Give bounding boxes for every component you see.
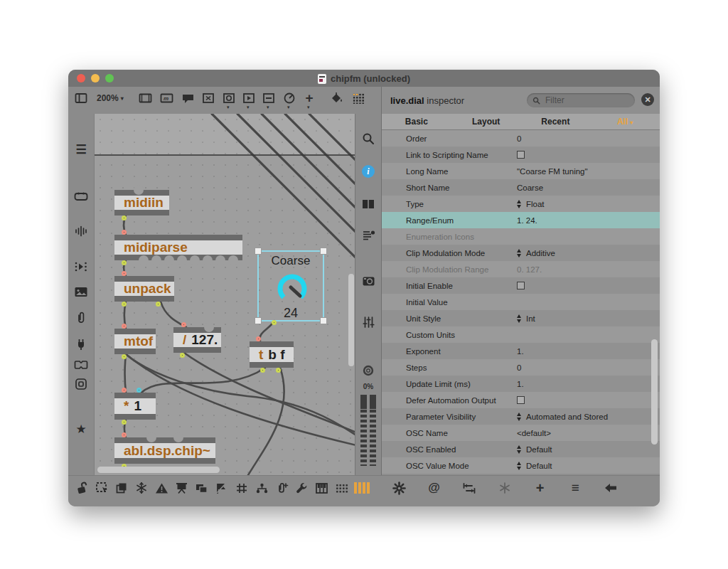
console-icon[interactable] — [74, 189, 88, 203]
inspector-row[interactable]: Update Limit (ms)1. — [382, 376, 660, 392]
inlet-port[interactable] — [256, 336, 261, 341]
object-box-multiply[interactable]: *1 — [114, 393, 156, 420]
setting-value[interactable]: 0 — [517, 134, 521, 143]
inspector-row[interactable]: Range/Enum1. 24. — [382, 212, 660, 228]
inspector-row[interactable]: Initial Value — [382, 294, 660, 310]
setting-value[interactable] — [517, 282, 525, 289]
tab-all[interactable]: All▾ — [590, 117, 660, 127]
object-box-midiin[interactable]: midiin — [114, 190, 169, 216]
setting-value[interactable]: 0 — [517, 363, 521, 372]
inspector-row[interactable]: Parameter VisibilityAutomated and Stored — [382, 408, 660, 425]
warnings-icon[interactable] — [154, 480, 170, 496]
inspector-row[interactable]: Unit StyleInt — [382, 310, 660, 326]
stepper-icon[interactable] — [517, 249, 521, 257]
presentation-mode-icon[interactable] — [174, 480, 190, 496]
object-box-trigger[interactable]: tb f — [250, 341, 294, 368]
attach-plus-icon[interactable] — [274, 480, 289, 496]
object-box-midiparse[interactable]: midiparse — [114, 235, 242, 260]
inspector-row[interactable]: OSC Name<default> — [382, 425, 660, 441]
setting-value[interactable]: Coarse — [517, 184, 543, 192]
add-object-icon[interactable]: + — [302, 91, 316, 105]
outlet-port[interactable] — [122, 302, 127, 307]
setting-value[interactable]: 1. — [517, 347, 524, 356]
bring-forward-icon[interactable] — [114, 480, 129, 496]
sidebar-toggle-icon[interactable] — [74, 91, 88, 105]
patch-cord[interactable] — [125, 354, 127, 393]
piano-keyboard-icon[interactable] — [314, 480, 330, 496]
outlet-port[interactable] — [260, 368, 265, 373]
grid-snap-icon[interactable] — [234, 480, 250, 496]
inspector-row[interactable]: Custom Units — [382, 326, 660, 343]
outlet-port[interactable] — [180, 353, 185, 358]
inlet-port[interactable] — [122, 432, 127, 437]
inspector-row[interactable]: Short NameCoarse — [382, 179, 660, 196]
inlet-port[interactable] — [122, 388, 127, 393]
inlet-port[interactable] — [122, 324, 127, 329]
setting-value[interactable] — [517, 396, 525, 404]
inspector-row[interactable]: OSC Value ModeDefault — [382, 457, 660, 474]
new-playbar-icon[interactable] — [242, 91, 256, 105]
patch-cord[interactable] — [126, 354, 355, 445]
outlet-port[interactable] — [156, 302, 161, 307]
cold-inlet-port[interactable] — [136, 388, 141, 393]
inspector-row[interactable]: Clip Modulation ModeAdditive — [382, 245, 660, 261]
paint-bucket-icon[interactable] — [330, 91, 344, 105]
setting-value[interactable]: 1. 24. — [517, 216, 537, 225]
inspector-scrollbar[interactable] — [651, 339, 658, 445]
menu-icon[interactable]: ≡ — [567, 480, 583, 496]
new-number-icon[interactable] — [262, 91, 276, 105]
stepper-icon[interactable] — [517, 200, 521, 208]
new-message-icon[interactable]: m — [159, 91, 173, 105]
snippets-icon[interactable] — [74, 260, 88, 274]
new-dial-icon[interactable] — [282, 91, 296, 105]
outlet-port[interactable] — [122, 216, 127, 220]
stepper-icon[interactable] — [517, 413, 521, 421]
inspector-row[interactable]: Exponent1. — [382, 343, 660, 359]
record-icon[interactable] — [360, 363, 376, 378]
tab-recent[interactable]: Recent — [521, 117, 591, 127]
hide-on-lock-icon[interactable] — [214, 480, 230, 496]
canvas-vertical-scrollbar[interactable] — [348, 274, 354, 366]
canvas-horizontal-scrollbar[interactable] — [97, 467, 220, 473]
inspector-row[interactable]: Defer Automation Output — [382, 392, 660, 408]
dial-knob[interactable] — [271, 267, 314, 310]
inspector-info-icon[interactable]: i — [360, 164, 376, 179]
setting-value[interactable]: Additive — [517, 249, 555, 257]
layer-panels-icon[interactable] — [194, 480, 210, 496]
inlet-port[interactable] — [122, 230, 127, 235]
checkbox[interactable] — [517, 282, 525, 289]
gear-icon[interactable] — [391, 480, 407, 496]
setting-value[interactable]: Default — [517, 462, 552, 470]
wrench-icon[interactable] — [294, 480, 310, 496]
inspector-row[interactable]: Order0 — [382, 130, 660, 147]
new-button-icon[interactable] — [222, 91, 236, 105]
filter-input[interactable] — [544, 95, 622, 106]
mappings-icon[interactable]: @ — [427, 480, 442, 496]
list-detail-icon[interactable] — [360, 228, 376, 243]
search-icon[interactable] — [360, 131, 376, 147]
filter-settings-icon[interactable] — [360, 314, 376, 330]
object-browser-icon[interactable] — [74, 377, 88, 391]
inspector-row[interactable]: Long Name"Coarse FM tuning" — [382, 163, 660, 179]
image-icon[interactable] — [74, 284, 88, 299]
tab-layout[interactable]: Layout — [451, 117, 521, 127]
outlet-port[interactable] — [122, 354, 127, 359]
grid-options-icon[interactable] — [351, 91, 365, 105]
stepper-icon[interactable] — [517, 445, 521, 454]
audio-status-icon[interactable] — [74, 224, 88, 238]
object-box-mtof[interactable]: mtof — [114, 329, 156, 354]
meters-toggle-icon[interactable] — [354, 480, 370, 496]
setting-value[interactable]: Default — [517, 445, 552, 454]
outlet-port[interactable] — [276, 368, 281, 373]
close-inspector-icon[interactable]: ✕ — [641, 93, 654, 106]
setting-value[interactable]: 0. 127. — [517, 265, 542, 274]
side-panels-icon[interactable] — [360, 196, 376, 212]
object-box-divide[interactable]: /127. — [173, 327, 221, 353]
inlet-port[interactable] — [122, 271, 127, 276]
back-arrow-icon[interactable] — [603, 480, 619, 496]
unlock-icon[interactable] — [74, 480, 90, 496]
keypad-icon[interactable] — [334, 480, 350, 496]
favorites-star-icon[interactable]: ★ — [74, 422, 88, 436]
setting-value[interactable] — [517, 151, 525, 159]
patch-cord[interactable] — [262, 114, 355, 208]
